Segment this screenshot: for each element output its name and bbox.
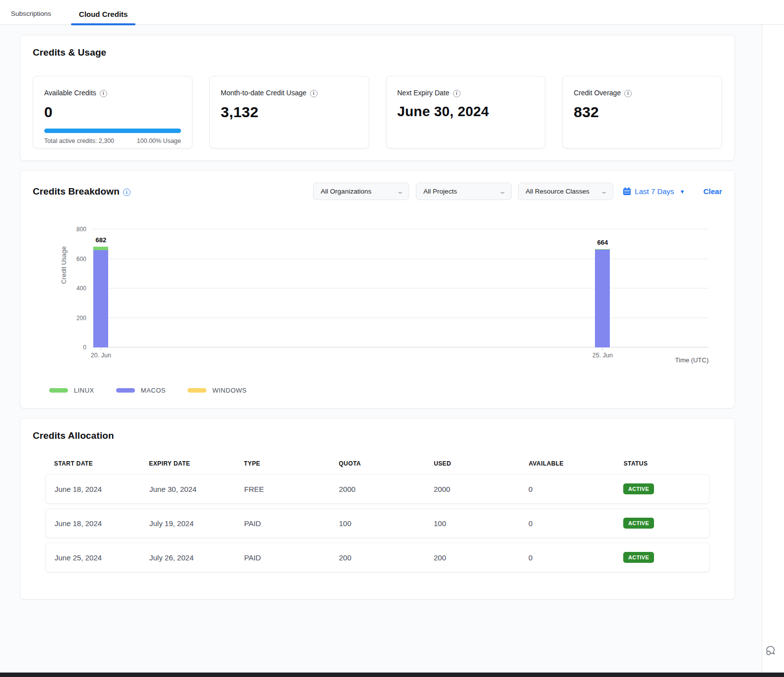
credits-usage-section: Credits & Usage Available Creditsi 0 Tot… [20, 35, 735, 161]
gridline [92, 288, 709, 288]
bar-segment-macos [93, 250, 108, 347]
projects-select[interactable]: All Projects⌄ [416, 183, 512, 200]
tab-subscriptions[interactable]: Subscriptions [6, 10, 56, 24]
y-axis-tick-label: 800 [76, 226, 86, 233]
resource-classes-select[interactable]: All Resource Classes⌄ [518, 183, 613, 200]
y-axis-title: Credit Usage [60, 246, 67, 284]
info-icon[interactable]: i [624, 90, 632, 97]
page-body: Credits & Usage Available Creditsi 0 Tot… [0, 25, 762, 673]
next-expiry-card: Next Expiry Datei June 30, 2024 [386, 76, 546, 148]
table-row[interactable]: June 25, 2024 July 26, 2024 PAID 200 200… [45, 542, 710, 572]
x-axis-title: Time (UTC) [675, 356, 709, 364]
bar-value-label: 664 [597, 239, 608, 246]
col-start-date: START DATE [45, 460, 140, 467]
y-axis-tick-label: 200 [76, 315, 86, 322]
available-credits-value: 0 [44, 104, 181, 121]
mtd-usage-label: Month-to-date Credit Usage [221, 89, 307, 97]
table-row[interactable]: June 18, 2024 July 19, 2024 PAID 100 100… [45, 508, 710, 538]
total-active-credits: Total active credits: 2,300 [44, 137, 114, 144]
info-icon[interactable]: i [123, 189, 131, 196]
credit-overage-card: Credit Overagei 832 [562, 76, 722, 148]
credit-overage-value: 832 [574, 104, 711, 121]
gridline [92, 347, 709, 347]
credits-usage-title: Credits & Usage [33, 47, 722, 58]
tab-cloud-credits[interactable]: Cloud Credits [74, 10, 132, 24]
chart-legend: LINUXMACOSWINDOWS [49, 387, 722, 394]
gridline [92, 259, 709, 259]
legend-swatch [188, 388, 206, 393]
y-axis-tick-label: 400 [76, 285, 86, 292]
credits-allocation-title: Credits Allocation [33, 430, 722, 441]
y-axis-tick-label: 0 [83, 344, 86, 351]
chart-bar[interactable]: 664 [595, 249, 610, 347]
col-status: STATUS [615, 460, 710, 467]
col-available: AVAILABLE [520, 460, 614, 467]
legend-item-windows[interactable]: WINDOWS [188, 387, 247, 394]
next-expiry-value: June 30, 2024 [397, 104, 534, 120]
stat-cards: Available Creditsi 0 Total active credit… [33, 76, 722, 148]
bar-segment-macos [595, 250, 610, 347]
x-axis-tick-label: 20. Jun [91, 352, 111, 359]
date-range-picker[interactable]: Last 7 Days ▼ [623, 187, 685, 196]
legend-swatch [116, 388, 135, 393]
legend-swatch [49, 388, 68, 393]
col-expiry-date: EXPIRY DATE [140, 460, 235, 467]
chevron-down-icon: ⌄ [396, 188, 404, 195]
clear-filters-link[interactable]: Clear [703, 187, 722, 196]
gridline [92, 318, 709, 318]
chevron-down-icon: ⌄ [600, 188, 608, 195]
status-badge: ACTIVE [623, 483, 654, 494]
info-icon[interactable]: i [453, 90, 460, 97]
organizations-select[interactable]: All Organizations⌄ [313, 183, 409, 200]
bar-value-label: 682 [96, 236, 107, 244]
credits-allocation-table: START DATE EXPIRY DATE TYPE QUOTA USED A… [45, 460, 710, 572]
status-badge: ACTIVE [623, 552, 654, 563]
credits-allocation-section: Credits Allocation START DATE EXPIRY DAT… [20, 418, 735, 600]
credits-progress-bar [44, 129, 181, 133]
credit-usage-chart: Credit Usage 020040060080068220. Jun6642… [33, 226, 722, 375]
x-axis-tick [602, 347, 603, 350]
legend-item-macos[interactable]: MACOS [116, 387, 166, 394]
table-header-row: START DATE EXPIRY DATE TYPE QUOTA USED A… [45, 460, 710, 474]
table-row[interactable]: June 18, 2024 June 30, 2024 FREE 2000 20… [45, 474, 710, 504]
triangle-down-icon: ▼ [680, 189, 685, 195]
x-axis-tick [101, 347, 101, 350]
info-icon[interactable]: i [100, 90, 107, 97]
credits-breakdown-title: Credits Breakdown [33, 186, 120, 197]
col-used: USED [425, 460, 520, 467]
mtd-usage-value: 3,132 [221, 104, 358, 121]
calendar-icon [623, 187, 631, 196]
legend-item-linux[interactable]: LINUX [49, 387, 94, 394]
gridline [92, 229, 709, 229]
available-credits-label: Available Credits [44, 89, 96, 97]
chevron-down-icon: ⌄ [499, 188, 506, 195]
tab-bar: Subscriptions Cloud Credits [0, 0, 784, 25]
legend-label: LINUX [74, 387, 94, 394]
legend-label: WINDOWS [212, 387, 247, 394]
chart-plot-area: 020040060080068220. Jun66425. Jun [92, 229, 709, 347]
date-range-value: Last 7 Days [635, 187, 674, 196]
mtd-usage-card: Month-to-date Credit Usagei 3,132 [209, 76, 369, 148]
col-type: TYPE [235, 460, 330, 467]
usage-percent: 100.00% Usage [137, 137, 181, 144]
legend-label: MACOS [141, 387, 166, 394]
credit-overage-label: Credit Overage [574, 89, 621, 97]
credits-breakdown-section: Credits Breakdowni All Organizations⌄ Al… [20, 170, 735, 408]
info-icon[interactable]: i [310, 90, 318, 97]
y-axis-tick-label: 600 [76, 256, 86, 263]
bottom-bar [0, 673, 784, 677]
available-credits-card: Available Creditsi 0 Total active credit… [33, 76, 193, 148]
col-quota: QUOTA [330, 460, 425, 467]
chart-bar[interactable]: 682 [93, 247, 108, 347]
status-badge: ACTIVE [623, 518, 654, 529]
x-axis-tick-label: 25. Jun [592, 352, 613, 359]
next-expiry-label: Next Expiry Date [397, 89, 450, 97]
chart-filters: All Organizations⌄ All Projects⌄ All Res… [313, 183, 722, 200]
chat-bubble-icon[interactable] [765, 644, 778, 657]
